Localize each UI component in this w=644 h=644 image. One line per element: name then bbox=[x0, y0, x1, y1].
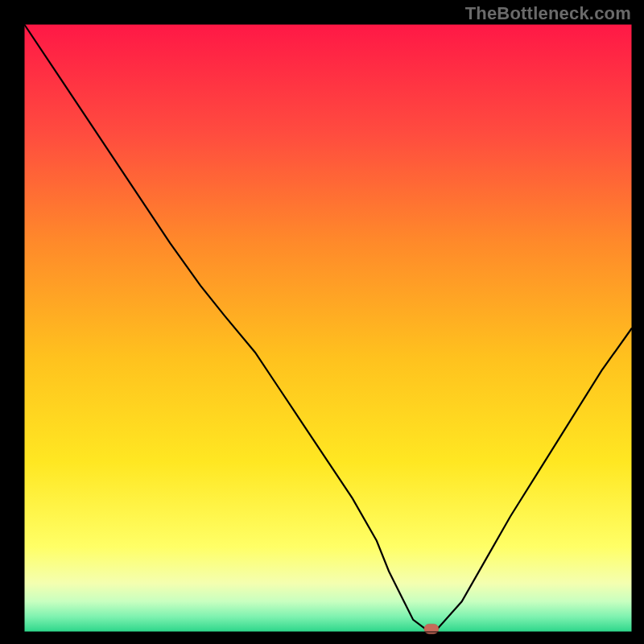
chart-frame: TheBottleneck.com bbox=[0, 0, 644, 644]
plot-background bbox=[24, 24, 632, 632]
bottleneck-chart bbox=[0, 0, 644, 644]
